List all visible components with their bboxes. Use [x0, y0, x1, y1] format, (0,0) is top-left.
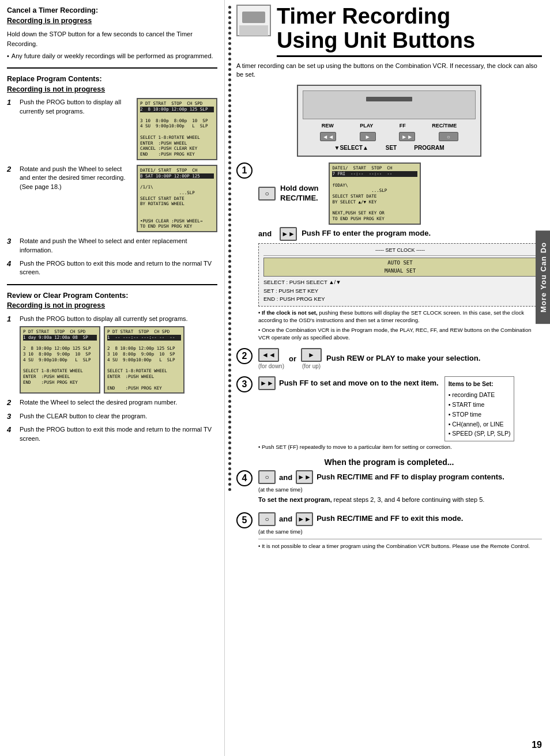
rec-time-btn-4: ○: [258, 470, 276, 484]
page-title-text: Timer Recording Using Unit Buttons: [277, 5, 542, 57]
page-title: Timer Recording Using Unit Buttons: [277, 5, 542, 57]
section-cancel-body: Hold down the STOP button for a few seco…: [7, 29, 217, 48]
vcr-icon: [236, 5, 271, 36]
step-3-body: ►► Push FF to set and move on to the nex…: [258, 376, 542, 451]
right-step-2: 2 ◄◄ (for down) or ► (for up) Push REW o…: [236, 348, 542, 369]
review-step-1: 1 Push the PROG button to display all cu…: [7, 315, 217, 394]
review-step-1-lcd1: P DT STRAT STOP CH SPD 1 day 9:00a 12:00…: [20, 326, 100, 394]
play-button[interactable]: ►: [360, 132, 376, 141]
step-3-desc: Push FF to set and move on to the next i…: [279, 379, 439, 388]
replace-step-1-text: Push the PROG button to display all curr…: [20, 98, 132, 116]
replace-step-2-text: Rotate and push the Wheel to select and …: [20, 165, 132, 191]
rec-time-button[interactable]: ○: [439, 132, 458, 141]
ff-btn-3: ►►: [258, 376, 276, 390]
review-step-4-text: Push the PROG button to exit this mode a…: [20, 425, 217, 443]
section-review-title: Review or Clear Program Contents: Record…: [7, 291, 217, 311]
at-same-time-5: (at the same time): [258, 528, 542, 535]
divider-2: [7, 284, 217, 285]
review-step-3-text: Push the CLEAR button to clear the progr…: [20, 412, 217, 421]
footnote: • It is not possible to clear a timer pr…: [258, 539, 542, 550]
when-complete-label: When the program is completed...: [236, 458, 542, 467]
control-labels: REW PLAY FF REC/TIME: [303, 123, 476, 128]
step-circle-1: 1: [236, 162, 253, 179]
section-cancel: Cancel a Timer Recording: Recording is i…: [7, 6, 217, 61]
replace-step-1: 1 Push the PROG button to display all cu…: [7, 98, 217, 160]
review-step-2-text: Rotate the Wheel to select the desired p…: [20, 398, 217, 407]
step-1-lcd: DATE1/ START STOP CH 7 FRI --:-- --:-- -…: [329, 162, 421, 225]
review-step-3: 3 Push the CLEAR button to clear the pro…: [7, 412, 217, 421]
right-step-5: 5 ○ and ►► Push REC/TIME and FF to exit …: [236, 512, 542, 550]
replace-step-2: 2 Rotate and push the Wheel to select an…: [7, 165, 217, 232]
step-3-note: • Push SET (FF) repeatedly to move to a …: [258, 443, 542, 451]
review-step-1-text: Push the PROG button to display all curr…: [20, 315, 217, 323]
to-set-next-label: To set the next program, repeat steps 2,…: [258, 496, 542, 503]
at-same-time-4: (at the same time): [258, 486, 542, 493]
if-clock-note: • If the clock is not set, pushing these…: [258, 309, 542, 324]
or-label: or: [289, 354, 296, 363]
step-1-action: ○ Hold downREC/TIME. DATE1/ START STOP C…: [258, 162, 542, 225]
play-btn-2: ►: [301, 348, 322, 362]
rec-time-icon: ○: [258, 187, 276, 201]
page-title-area: Timer Recording Using Unit Buttons: [236, 5, 542, 57]
step-circle-3: 3: [236, 376, 253, 392]
right-tab: More You Can Do: [536, 230, 550, 324]
step-4-desc: Push REC/TIME and FF to display program …: [317, 472, 504, 482]
rew-btn-2: ◄◄: [258, 348, 279, 362]
and-label-4: and: [279, 473, 292, 482]
ff-btn-4: ►►: [296, 470, 313, 484]
section-cancel-bullet: • Any future daily or weekly recordings …: [7, 52, 217, 61]
once-note: • Once the Combination VCR is in the Pro…: [258, 326, 542, 342]
replace-step-1-lcd: P DT STRAT STOP CH SPD 2 8 10:00p 12:00p…: [137, 98, 217, 160]
section-review: Review or Clear Program Contents: Record…: [7, 291, 217, 443]
step-1-and-row: and ►► Push FF to enter the program mode…: [258, 227, 542, 241]
review-step-1-lcd2: P DT STRAT STOP CH SPD 1 -- ---:-- ---:-…: [104, 326, 184, 394]
auto-set-display: AUTO SETMANUAL SET: [263, 258, 537, 277]
right-step-4: 4 ○ and ►► Push REC/TIME and FF to displ…: [236, 470, 542, 505]
for-up-label: (for up): [301, 363, 322, 369]
step-circle-2: 2: [236, 348, 253, 364]
replace-step-3: 3 Rotate and push the Wheel to select an…: [7, 237, 217, 255]
step-circle-5: 5: [236, 512, 253, 528]
section-replace-title: Replace Program Contents: Recording is n…: [7, 74, 217, 94]
review-step-4: 4 Push the PROG button to exit this mode…: [7, 425, 217, 443]
right-column: Timer Recording Using Unit Buttons A tim…: [225, 0, 550, 756]
replace-step-4: 4 Push the PROG button to exit this mode…: [7, 259, 217, 277]
ff-icon-1: ►►: [280, 227, 297, 241]
select-prog-row: ▼SELECT▲ SET PROGRAM: [303, 145, 476, 151]
replace-step-4-text: Push the PROG button to exit this mode a…: [20, 259, 217, 277]
ff-button[interactable]: ►►: [399, 132, 415, 141]
replace-step-2-lcd: DATE1/ START STOP CH 8 SAT 10:00P 12:00P…: [137, 165, 217, 232]
right-step-3: 3 ►► Push FF to set and move on to the n…: [236, 376, 542, 451]
section-replace: Replace Program Contents: Recording is n…: [7, 74, 217, 277]
vcr-buttons-row: ◄◄ ► ►► ○: [303, 131, 476, 142]
step-circle-4: 4: [236, 470, 253, 486]
left-column: Cancel a Timer Recording: Recording is i…: [0, 0, 225, 756]
step-5-desc: Push REC/TIME and FF to exit this mode.: [317, 514, 463, 524]
page-number: 19: [532, 740, 542, 750]
section-cancel-title: Cancel a Timer Recording: Recording is i…: [7, 6, 217, 26]
step-2-desc: Push REW or PLAY to make your selection.: [326, 354, 480, 364]
rec-time-btn-5: ○: [258, 512, 276, 526]
set-clock-box: ----- SET CLOCK ----- AUTO SETMANUAL SET…: [258, 243, 542, 307]
for-down-label: (for down): [258, 363, 284, 369]
and-label-5: and: [279, 515, 292, 523]
review-step-2: 2 Rotate the Wheel to select the desired…: [7, 398, 217, 407]
intro-text: A timer recording can be set up using th…: [236, 62, 542, 80]
step-4-body: ○ and ►► Push REC/TIME and FF to display…: [258, 470, 542, 505]
vcr-body: [303, 90, 476, 119]
step-2-body: ◄◄ (for down) or ► (for up) Push REW or …: [258, 348, 542, 369]
items-to-set: Items to be Set: • recording DATE • STAR…: [444, 376, 515, 441]
divider-1: [7, 67, 217, 69]
ff-btn-5: ►►: [296, 512, 313, 526]
rew-button[interactable]: ◄◄: [320, 132, 336, 141]
step-1-body: ○ Hold downREC/TIME. DATE1/ START STOP C…: [258, 162, 542, 341]
replace-step-3-text: Rotate and push the Wheel to select and …: [20, 237, 217, 255]
and-label-1: and: [258, 229, 272, 238]
right-step-1: 1 ○ Hold downREC/TIME. DATE1/ START STOP…: [236, 162, 542, 341]
vcr-diagram: REW PLAY FF REC/TIME ◄◄ ► ►► ○ ▼SELECT▲ …: [297, 85, 481, 157]
vcr-slot: [366, 97, 412, 101]
step-5-body: ○ and ►► Push REC/TIME and FF to exit th…: [258, 512, 542, 550]
